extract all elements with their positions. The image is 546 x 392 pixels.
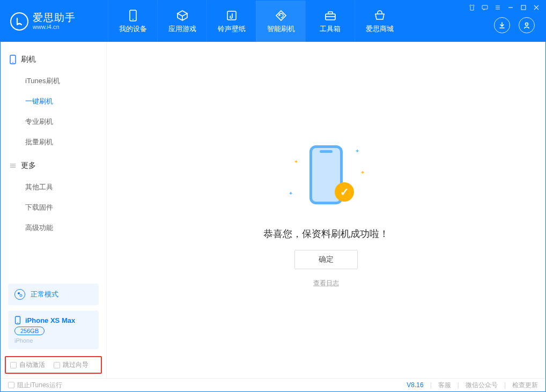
version-text: V8.16 [407,381,423,389]
sidebar: 刷机 iTunes刷机 一键刷机 专业刷机 批量刷机 更多 其他工具 下载固件 … [1,42,107,378]
toolbox-icon [324,9,337,22]
window-controls [468,4,540,11]
footer: 阻止iTunes运行 V8.16 | 客服 | 微信公众号 | 检查更新 [1,378,545,391]
tab-toolbox[interactable]: 工具箱 [305,1,355,42]
auto-activate-checkbox[interactable]: 自动激活 [10,360,45,369]
logo-area: 爱思助手 www.i4.cn [1,12,108,31]
sparkle-icon: ✦ [294,159,298,165]
download-button[interactable] [494,17,510,33]
tab-label: 智能刷机 [267,24,295,34]
checkbox-label: 阻止iTunes运行 [17,381,62,390]
section-flash[interactable]: 刷机 [1,50,106,69]
view-log-link[interactable]: 查看日志 [313,279,339,288]
tab-my-device[interactable]: 我的设备 [108,1,157,42]
sparkle-icon: ✦ [360,169,365,175]
footer-link-wechat[interactable]: 微信公众号 [466,381,498,390]
checkbox-label: 跳过向导 [63,360,88,369]
sidebar-item-batch-flash[interactable]: 批量刷机 [1,132,106,152]
phone-small-icon [9,55,17,64]
feedback-icon[interactable] [481,4,489,11]
sidebar-item-advanced[interactable]: 高级功能 [1,218,106,238]
sidebar-item-other-tools[interactable]: 其他工具 [1,177,106,197]
shirt-icon[interactable] [468,4,476,11]
section-title: 刷机 [21,55,36,64]
sidebar-item-pro-flash[interactable]: 专业刷机 [1,112,106,132]
highlighted-options: 自动激活 跳过向导 [5,356,102,374]
success-illustration: ✦ ✦ ✦ ✦ ✓ [283,132,369,218]
music-icon [225,9,238,22]
ok-button[interactable]: 确定 [294,250,358,269]
user-button[interactable] [519,17,535,33]
checkbox-icon [10,362,17,368]
device-icon [127,9,139,22]
mode-card[interactable]: 正常模式 [8,284,99,305]
svg-rect-4 [328,12,333,14]
device-phone-icon [14,316,21,324]
sparkle-icon: ✦ [355,148,359,154]
tab-store[interactable]: 爱思商城 [355,1,404,42]
svg-rect-6 [482,5,488,9]
menu-icon[interactable] [494,4,501,11]
main-content: ✦ ✦ ✦ ✦ ✓ 恭喜您，保资料刷机成功啦！ 确定 查看日志 [107,42,545,378]
app-header: 爱思助手 www.i4.cn 我的设备 应用游戏 铃声壁纸 智能刷机 工具箱 爱… [1,1,545,42]
tab-smart-flash[interactable]: 智能刷机 [256,1,305,42]
sidebar-item-oneclick-flash[interactable]: 一键刷机 [1,91,106,112]
sidebar-item-download-firmware[interactable]: 下载固件 [1,197,106,218]
svg-point-20 [18,292,20,294]
skip-guide-checkbox[interactable]: 跳过向导 [54,360,88,369]
device-storage: 256GB [14,327,45,335]
mode-icon [14,289,25,300]
tab-label: 我的设备 [119,24,147,34]
section-title: 更多 [21,161,36,171]
device-type: iPhone [14,337,92,344]
mode-label: 正常模式 [31,290,58,299]
svg-point-16 [12,62,13,63]
sparkle-icon: ✦ [289,190,293,196]
svg-point-14 [526,23,528,26]
store-icon [373,9,386,22]
checkbox-icon [8,382,14,388]
tab-label: 铃声壁纸 [218,24,246,34]
checkbox-label: 自动激活 [19,360,45,369]
checkbox-icon [54,362,60,368]
header-tabs: 我的设备 应用游戏 铃声壁纸 智能刷机 工具箱 爱思商城 [108,1,404,42]
cube-icon [176,9,189,22]
svg-point-21 [20,294,22,297]
minimize-button[interactable] [507,4,514,11]
tab-label: 应用游戏 [168,24,196,34]
success-message: 恭喜您，保资料刷机成功啦！ [263,227,389,240]
footer-link-update[interactable]: 检查更新 [512,381,538,390]
section-more[interactable]: 更多 [1,157,106,175]
app-title: 爱思助手 [33,12,76,24]
maximize-button[interactable] [520,4,527,11]
refresh-icon [275,9,287,22]
svg-point-23 [17,322,18,323]
menu-icon [9,162,17,169]
logo-icon [10,12,28,31]
tab-apps-games[interactable]: 应用游戏 [157,1,206,42]
app-subtitle: www.i4.cn [33,24,76,30]
tab-label: 爱思商城 [366,24,394,34]
device-name-text: iPhone XS Max [25,316,75,324]
sidebar-item-itunes-flash[interactable]: iTunes刷机 [1,71,106,91]
close-button[interactable] [533,4,540,11]
tab-ringtones[interactable]: 铃声壁纸 [206,1,256,42]
tab-label: 工具箱 [320,24,341,34]
svg-point-1 [132,19,134,20]
check-icon: ✓ [335,182,354,202]
device-card[interactable]: iPhone XS Max 256GB iPhone [8,310,99,349]
block-itunes-checkbox[interactable]: 阻止iTunes运行 [8,381,62,390]
footer-link-support[interactable]: 客服 [438,381,451,390]
svg-rect-11 [521,5,526,10]
